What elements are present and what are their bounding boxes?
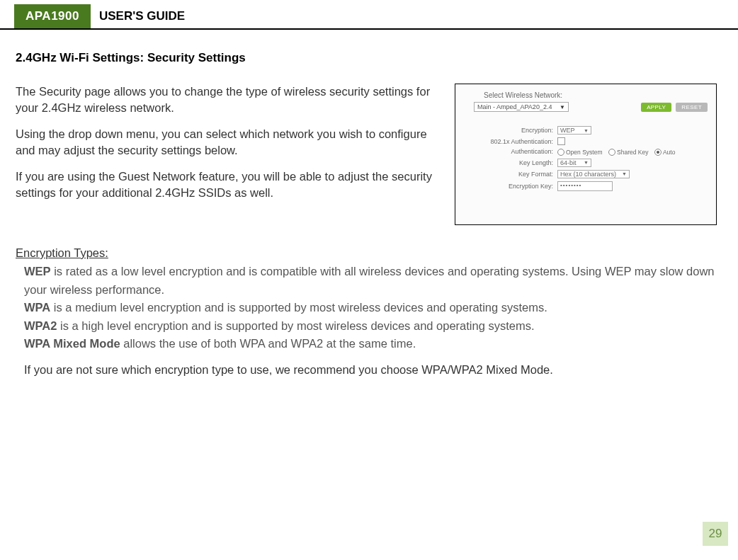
- text-mixed: allows the use of both WPA and WPA2 at t…: [120, 337, 416, 350]
- ss-8021x-label: 802.1x Authentication:: [464, 138, 557, 145]
- ss-row-keyformat: Key Format: Hex (10 characters) ▼: [464, 170, 708, 178]
- ss-select-network-label: Select Wireless Network:: [484, 91, 708, 99]
- ss-keylength-select[interactable]: 64-bit ▼: [557, 159, 591, 167]
- ss-8021x-checkbox[interactable]: [557, 137, 565, 145]
- term-wpa2: WPA2: [24, 319, 57, 332]
- encryption-item-wep: WEP is rated as a low level encryption a…: [24, 263, 717, 299]
- radio-auto-label: Auto: [663, 149, 676, 156]
- radio-auto[interactable]: [654, 149, 662, 156]
- ss-row-encryption: Encryption: WEP ▼: [464, 126, 708, 135]
- ss-top-row: Main - Amped_APA20_2.4 ▼ APPLY RESET: [474, 102, 708, 112]
- encryption-item-wpa2: WPA2 is a high level encryption and is s…: [24, 317, 717, 336]
- text-wpa: is a medium level encryption and is supp…: [50, 301, 547, 314]
- header-title: USER'S GUIDE: [91, 4, 193, 28]
- encryption-types-list: WEP is rated as a low level encryption a…: [16, 263, 717, 353]
- ss-keylength-value: 64-bit: [560, 159, 577, 166]
- encryption-item-wpa: WPA is a medium level encryption and is …: [24, 299, 717, 317]
- term-wpa: WPA: [24, 301, 50, 314]
- term-mixed: WPA Mixed Mode: [24, 337, 120, 350]
- ss-keyformat-value: Hex (10 characters): [560, 171, 616, 178]
- intro-paragraph-1: The Security page allows you to change t…: [16, 84, 433, 116]
- page-content: 2.4GHz Wi-Fi Settings: Security Settings…: [0, 30, 738, 377]
- ss-encryptionkey-label: Encryption Key:: [464, 183, 557, 190]
- radio-open-system[interactable]: [557, 149, 564, 156]
- ss-network-value: Main - Amped_APA20_2.4: [477, 103, 552, 110]
- encryption-types-heading: Encryption Types:: [16, 246, 717, 260]
- ss-encryption-value: WEP: [560, 127, 575, 134]
- ss-row-encryptionkey: Encryption Key: ••••••••: [464, 181, 708, 191]
- radio-open-label: Open System: [566, 149, 603, 156]
- chevron-down-icon: ▼: [560, 104, 565, 110]
- ss-network-select[interactable]: Main - Amped_APA20_2.4 ▼: [474, 102, 569, 112]
- settings-screenshot: Select Wireless Network: Main - Amped_AP…: [455, 84, 717, 225]
- ss-encryption-select[interactable]: WEP ▼: [557, 126, 591, 135]
- radio-shared-key[interactable]: [608, 149, 615, 156]
- header-bar: APA1900 USER'S GUIDE: [0, 4, 738, 30]
- encryption-recommendation: If you are not sure which encryption typ…: [16, 363, 717, 377]
- encryption-item-mixed: WPA Mixed Mode allows the use of both WP…: [24, 335, 717, 353]
- intro-paragraph-3: If you are using the Guest Network featu…: [16, 168, 433, 201]
- header-spacer: [0, 4, 14, 28]
- ss-authentication-label: Authentication:: [464, 148, 557, 155]
- ss-keylength-label: Key Length:: [464, 159, 557, 166]
- page-number: 29: [703, 522, 728, 546]
- ss-row-8021x: 802.1x Authentication:: [464, 137, 708, 145]
- term-wep: WEP: [24, 265, 51, 278]
- chevron-down-icon: ▼: [622, 171, 627, 176]
- intro-block: The Security page allows you to change t…: [16, 84, 717, 225]
- ss-row-authentication: Authentication: Open System Shared Key A…: [464, 148, 708, 156]
- text-wep: is rated as a low level encryption and i…: [24, 265, 715, 296]
- ss-keyformat-select[interactable]: Hex (10 characters) ▼: [557, 170, 630, 178]
- text-wpa2: is a high level encryption and is suppor…: [57, 319, 534, 332]
- chevron-down-icon: ▼: [584, 160, 589, 165]
- ss-encryption-label: Encryption:: [464, 127, 557, 134]
- ss-auth-options: Open System Shared Key Auto: [557, 148, 679, 156]
- section-heading: 2.4GHz Wi-Fi Settings: Security Settings: [16, 51, 717, 65]
- radio-shared-label: Shared Key: [617, 149, 648, 156]
- intro-paragraph-2: Using the drop down menu, you can select…: [16, 126, 433, 159]
- header-model: APA1900: [14, 4, 91, 28]
- apply-button[interactable]: APPLY: [641, 103, 671, 112]
- intro-text: The Security page allows you to change t…: [16, 84, 433, 212]
- reset-button[interactable]: RESET: [676, 103, 708, 112]
- chevron-down-icon: ▼: [584, 128, 589, 133]
- ss-encryptionkey-input[interactable]: ••••••••: [557, 181, 613, 191]
- ss-row-keylength: Key Length: 64-bit ▼: [464, 159, 708, 167]
- ss-keyformat-label: Key Format:: [464, 171, 557, 178]
